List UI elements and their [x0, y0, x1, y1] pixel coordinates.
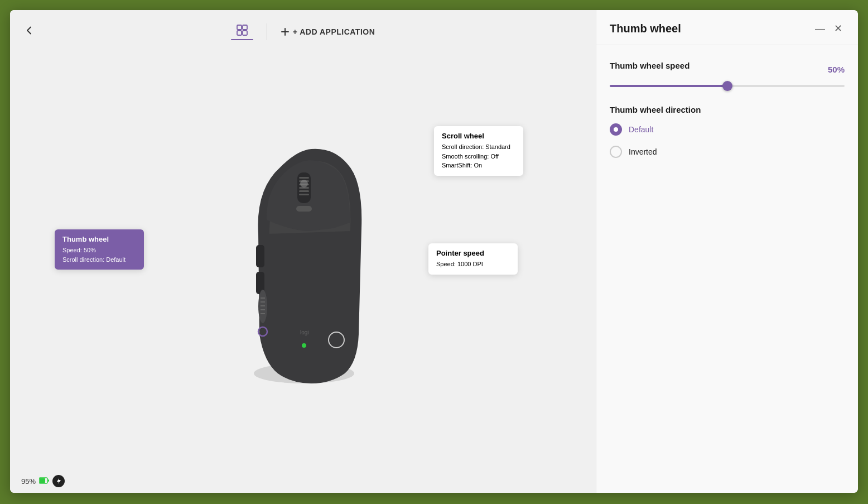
logi-bolt-icon [52, 475, 65, 487]
radio-label-default: Default [629, 125, 653, 134]
svg-rect-28 [48, 479, 49, 482]
radio-circle-inverted[interactable] [610, 146, 622, 158]
svg-rect-1 [243, 25, 247, 30]
scroll-wheel-line1: Scroll direction: Standard [442, 142, 515, 152]
status-bar: 95% [10, 469, 596, 493]
svg-rect-14 [256, 245, 264, 267]
svg-rect-27 [40, 478, 45, 483]
svg-rect-2 [237, 31, 242, 35]
mouse-illustration: logi [214, 133, 392, 390]
svg-rect-13 [296, 206, 312, 212]
direction-section: Thumb wheel direction Default Inverted [610, 105, 845, 158]
pointer-speed-title: Pointer speed [436, 249, 510, 257]
svg-rect-10 [299, 190, 309, 192]
slider-track [610, 85, 845, 87]
nav-center: + ADD APPLICATION [222, 19, 384, 45]
slider-fill [610, 85, 727, 87]
speed-section-label: Thumb wheel speed [610, 61, 689, 70]
thumb-wheel-tooltip[interactable]: Thumb wheel Speed: 50% Scroll direction:… [55, 229, 144, 270]
radio-label-inverted: Inverted [629, 147, 657, 156]
main-area: + ADD APPLICATION [10, 10, 858, 493]
thumb-wheel-title: Thumb wheel [62, 235, 136, 243]
battery-percentage: 95% [21, 477, 36, 486]
app-window: + ADD APPLICATION [10, 10, 858, 493]
svg-point-12 [300, 180, 308, 188]
svg-rect-0 [237, 25, 242, 30]
pointer-speed-tooltip[interactable]: Pointer speed Speed: 1000 DPI [428, 243, 518, 275]
svg-text:logi: logi [300, 329, 309, 335]
thumb-wheel-line2: Scroll direction: Default [62, 255, 136, 265]
minimize-button[interactable]: — [813, 20, 827, 37]
slider-thumb[interactable] [722, 81, 732, 91]
window-controls: — ✕ [813, 20, 845, 37]
add-app-label: + ADD APPLICATION [293, 27, 375, 36]
svg-point-22 [302, 343, 306, 348]
scroll-wheel-line3: SmartShift: On [442, 161, 515, 170]
left-panel: + ADD APPLICATION [10, 10, 596, 493]
svg-rect-3 [243, 31, 247, 35]
thumb-wheel-line1: Speed: 50% [62, 246, 136, 255]
speed-row: Thumb wheel speed 50% [610, 61, 845, 78]
nav-divider [267, 23, 267, 40]
battery-icon [39, 476, 49, 486]
close-button[interactable]: ✕ [832, 20, 845, 37]
add-application-button[interactable]: + ADD APPLICATION [272, 23, 384, 41]
right-panel-content: Thumb wheel speed 50% Thumb wheel direct… [596, 45, 858, 184]
speed-value: 50% [828, 65, 845, 74]
radio-option-default[interactable]: Default [610, 123, 845, 136]
radio-option-inverted[interactable]: Inverted [610, 146, 845, 158]
scroll-wheel-line2: Smooth scrolling: Off [442, 152, 515, 161]
svg-rect-6 [299, 177, 309, 179]
back-button[interactable] [21, 23, 37, 41]
top-bar: + ADD APPLICATION [10, 10, 596, 54]
panel-title: Thumb wheel [610, 22, 681, 35]
radio-circle-default[interactable] [610, 123, 622, 136]
right-panel: Thumb wheel — ✕ Thumb wheel speed 50% [596, 10, 858, 493]
direction-section-label: Thumb wheel direction [610, 105, 845, 114]
speed-slider-container[interactable] [610, 85, 845, 87]
right-panel-header: Thumb wheel — ✕ [596, 10, 858, 45]
mouse-canvas: logi Scroll wheel Scroll direction: Stan… [10, 54, 596, 469]
scroll-wheel-title: Scroll wheel [442, 132, 515, 140]
scroll-wheel-tooltip[interactable]: Scroll wheel Scroll direction: Standard … [434, 126, 523, 176]
pointer-speed-line1: Speed: 1000 DPI [436, 260, 510, 269]
grid-view-button[interactable] [222, 19, 262, 45]
svg-rect-11 [299, 194, 309, 195]
